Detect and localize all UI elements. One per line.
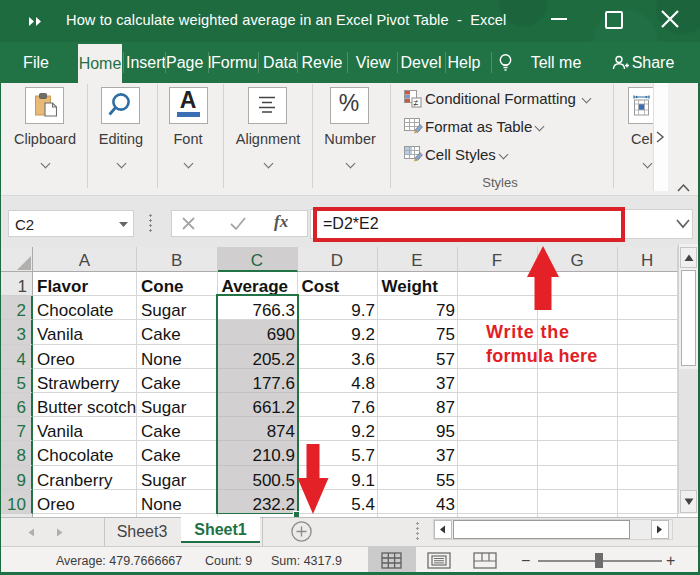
svg-text:≠: ≠ xyxy=(414,98,419,108)
